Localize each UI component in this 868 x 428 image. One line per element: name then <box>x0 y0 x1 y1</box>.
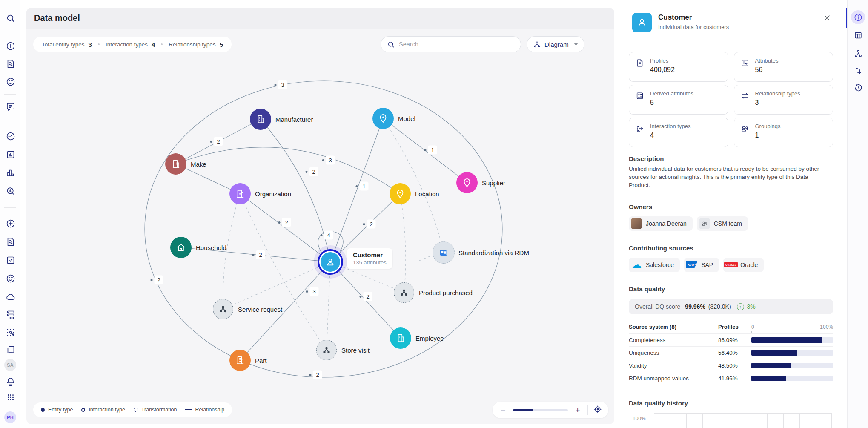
panel-subtitle: Individual data for customers <box>658 24 729 30</box>
sidebar-item-analytics[interactable] <box>5 167 16 178</box>
card-profiles: Profiles400,092 <box>629 52 728 82</box>
organization-circle <box>229 183 251 204</box>
sidebar-item-machine-learning[interactable] <box>5 327 16 338</box>
source-chip-oracle[interactable]: ORACLEOracle <box>723 258 764 272</box>
node-model[interactable]: Model <box>372 108 394 129</box>
node-label: Make <box>191 161 206 168</box>
sidebar-item-app-switcher[interactable] <box>5 392 16 403</box>
rail-divider <box>4 94 16 95</box>
zoom-in-button[interactable]: + <box>573 405 582 415</box>
dq-scale: 0100% <box>751 324 833 330</box>
sidebar-item-profiles[interactable] <box>5 76 16 87</box>
source-chip-salesforce[interactable]: ☁Salesforce <box>629 258 680 272</box>
dq-history-chart <box>654 413 832 428</box>
panel-tab-history[interactable] <box>851 80 865 95</box>
panel-tab-details[interactable] <box>851 10 865 24</box>
legend-transformation: Transformation <box>134 407 177 413</box>
workspace-avatar[interactable]: SA <box>4 359 16 371</box>
panel-tab-lineage[interactable] <box>851 46 865 60</box>
customer-label-card: Customer135 attributes <box>347 248 392 269</box>
zoom-out-button[interactable]: − <box>498 405 508 415</box>
panel-tab-table-view[interactable] <box>851 28 865 42</box>
edge-cardinality-label: 2 <box>155 276 163 284</box>
sidebar-item-discovery[interactable] <box>5 58 16 69</box>
source-chip-sap[interactable]: SAPSAP <box>684 258 719 272</box>
node-label: Organization <box>255 190 291 198</box>
sidebar-item-data-sources[interactable] <box>5 309 16 320</box>
dq-col-source: Source system (8) <box>629 324 713 330</box>
owner-chip[interactable]: Joanna Deeran <box>629 216 693 231</box>
building-icon <box>170 158 181 169</box>
card-relationship-types: Relationship types3 <box>734 85 834 115</box>
node-label: Store visit <box>341 347 370 354</box>
sidebar-item-workspaces[interactable] <box>5 344 16 355</box>
node-label: Standardization via RDM <box>458 249 529 256</box>
dq-bar <box>751 337 833 343</box>
legend-entity-type: Entity type <box>41 407 73 413</box>
pin-icon <box>395 188 406 199</box>
doc-icon <box>635 58 645 68</box>
divider <box>587 405 588 415</box>
node-product-purchased[interactable]: Product purchased <box>393 282 415 303</box>
sidebar-item-add-data[interactable] <box>5 218 16 229</box>
dq-bar <box>751 376 833 381</box>
dq-score-value: 99.96% <box>685 303 705 310</box>
zoom-slider-fill <box>513 409 533 411</box>
boxarrow-icon <box>635 124 645 133</box>
node-label: Model <box>398 115 415 122</box>
sidebar-item-validation[interactable] <box>5 255 16 266</box>
sidebar-item-cloud[interactable] <box>5 291 16 302</box>
close-icon <box>823 14 831 22</box>
service-request-circle <box>213 299 233 319</box>
sidebar-item-reports[interactable] <box>5 149 16 160</box>
card-attributes: Attributes56 <box>734 52 834 82</box>
node-customer[interactable]: Customer135 attributes <box>320 251 341 273</box>
sidebar-item-conversations[interactable] <box>5 101 16 112</box>
node-part[interactable]: Part <box>229 350 251 371</box>
sidebar-item-customer-360[interactable] <box>5 273 16 284</box>
salesforce-logo-icon: ☁ <box>631 259 642 270</box>
rail-divider <box>4 121 16 121</box>
node-organization[interactable]: Organization <box>229 183 251 204</box>
sidebar-item-insights[interactable] <box>5 186 16 197</box>
owner-chip[interactable]: CSM team <box>697 216 748 231</box>
sidebar-item-dashboard[interactable] <box>5 131 16 142</box>
node-label: Supplier <box>482 179 505 187</box>
edge-cardinality-label: 2 <box>214 137 223 146</box>
dq-row-validity: Validity48.50% <box>629 359 833 372</box>
sidebar-item-create[interactable] <box>5 40 16 52</box>
close-panel-button[interactable] <box>821 12 834 25</box>
recenter-button[interactable] <box>593 405 602 415</box>
node-manufacturer[interactable]: Manufacturer <box>250 109 271 130</box>
user-avatar[interactable]: PH <box>4 411 16 423</box>
node-service-request[interactable]: Service request <box>212 299 234 320</box>
household-circle <box>170 237 192 258</box>
dot-marker-icon <box>41 408 45 412</box>
node-supplier[interactable]: Supplier <box>456 172 478 193</box>
dashed-marker-icon <box>134 408 138 412</box>
node-label: Product purchased <box>419 289 473 296</box>
edge-cardinality-label: 1 <box>428 146 437 155</box>
house-icon <box>175 242 186 253</box>
node-location[interactable]: Location <box>390 183 411 204</box>
legend-relationship: Relationship <box>185 407 224 413</box>
sidebar-item-data-explorer[interactable] <box>5 236 16 247</box>
node-make[interactable]: Make <box>165 153 186 175</box>
pin-icon <box>461 177 473 188</box>
sidebar-item-notifications[interactable] <box>5 376 16 387</box>
team-icon <box>699 218 710 229</box>
sidebar-item-search[interactable] <box>5 13 16 24</box>
overall-dq-score: Overall DQ score 99.96% (320.0K) ↑ 3% <box>629 299 833 314</box>
zoom-slider[interactable] <box>513 409 568 411</box>
card-derived-attributes: Derived attributes5 <box>629 85 728 115</box>
node-household[interactable]: Household <box>170 237 192 258</box>
node-employee[interactable]: Employee <box>390 327 411 349</box>
node-rdm[interactable]: Standardization via RDM <box>433 242 454 263</box>
dq-history-heading: Data quality history <box>629 399 688 407</box>
panel-tab-transformations[interactable] <box>851 63 865 78</box>
supplier-circle <box>456 172 478 193</box>
node-store-visit[interactable]: Store visit <box>316 339 337 361</box>
edge-cardinality-label: 4 <box>324 231 333 240</box>
share-icon <box>398 287 410 298</box>
dq-score-label: Overall DQ score <box>635 303 680 310</box>
